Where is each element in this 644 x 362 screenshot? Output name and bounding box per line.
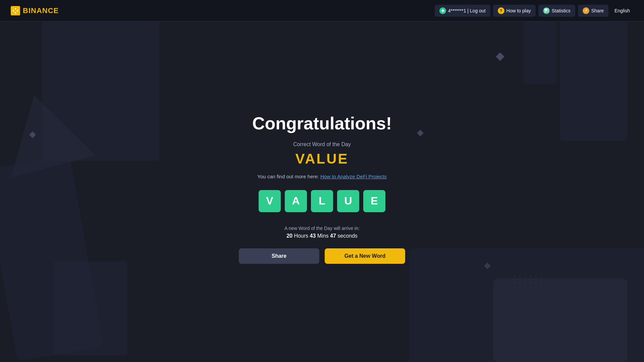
statistics-icon: 📊 [543, 7, 550, 14]
congrats-title: Congratulations! [239, 113, 405, 133]
navbar: BINANCE ◆ 4*******1 | Log out ? How to p… [0, 0, 644, 21]
button-row: Share Get a New Word [239, 248, 405, 264]
main-content: Congratulations! Correct Word of the Day… [0, 21, 644, 362]
countdown-secs: 47 [330, 233, 336, 239]
svg-rect-0 [11, 6, 20, 15]
share-button[interactable]: Share [239, 248, 319, 264]
how-to-play-button[interactable]: ? How to play [493, 5, 536, 17]
language-label: English [614, 8, 630, 13]
share-nav-label: Share [591, 8, 604, 13]
how-to-play-icon: ? [498, 7, 504, 14]
binance-logo-icon [11, 6, 20, 15]
link-prefix: You can find out more here: [257, 174, 320, 179]
countdown-mins-label: Mins [317, 233, 330, 239]
defi-link[interactable]: How to Analyze DeFi Projects [320, 174, 387, 179]
get-new-word-button[interactable]: Get a New Word [325, 248, 405, 264]
language-selector[interactable]: English [611, 5, 633, 16]
countdown-timer: 20 Hours 43 Mins 47 seconds [239, 233, 405, 239]
tile-a: A [285, 190, 307, 212]
nav-actions: ◆ 4*******1 | Log out ? How to play 📊 St… [435, 5, 633, 17]
word-display: VALUE [239, 151, 405, 167]
link-text: You can find out more here: How to Analy… [239, 174, 405, 179]
countdown-mins: 43 [310, 233, 316, 239]
countdown-hours-label: Hours [294, 233, 310, 239]
brand-name-text: BINANCE [23, 6, 59, 15]
countdown-secs-label: seconds [337, 233, 358, 239]
content-box: Congratulations! Correct Word of the Day… [212, 100, 432, 284]
share-icon: ↗ [583, 7, 589, 14]
brand-logo-area[interactable]: BINANCE [11, 6, 59, 15]
user-logout-button[interactable]: ◆ 4*******1 | Log out [435, 5, 490, 17]
statistics-button[interactable]: 📊 Statistics [538, 5, 575, 17]
user-icon: ◆ [439, 7, 446, 14]
share-nav-button[interactable]: ↗ Share [578, 5, 608, 17]
tile-e: E [363, 190, 385, 212]
subtitle-label: Correct Word of the Day [239, 141, 405, 147]
letter-tiles: V A L U E [239, 190, 405, 212]
tile-u: U [337, 190, 359, 212]
user-label: 4*******1 | Log out [448, 8, 486, 13]
how-to-play-label: How to play [506, 8, 531, 13]
tile-l: L [311, 190, 333, 212]
tile-v: V [259, 190, 281, 212]
statistics-label: Statistics [552, 8, 571, 13]
countdown-hours: 20 [286, 233, 292, 239]
countdown-label: A new Word of the Day will arrive in: [239, 226, 405, 231]
